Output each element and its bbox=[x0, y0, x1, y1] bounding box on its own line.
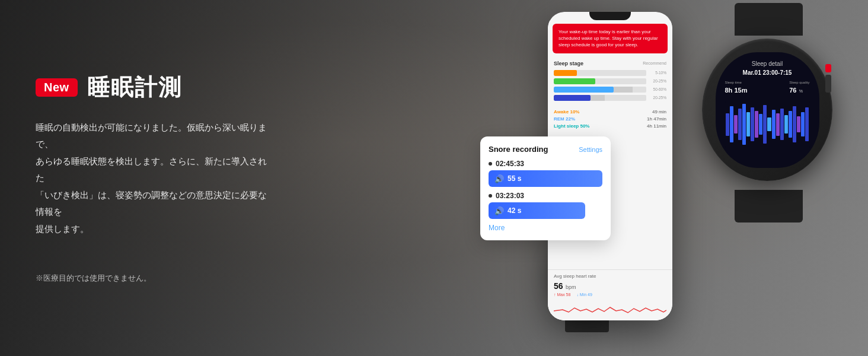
snore-dot-1 bbox=[489, 162, 492, 166]
new-badge: New bbox=[36, 78, 78, 97]
snore-card: Snore recording Settings 02:45:33 🔊 55 s… bbox=[480, 136, 611, 240]
watch-bar bbox=[793, 106, 796, 142]
hr-chart bbox=[554, 299, 666, 317]
watch-bar bbox=[789, 111, 792, 138]
hr-value-row: 56 bpm bbox=[554, 281, 666, 291]
stage-percent-rem: 20-25% bbox=[649, 79, 666, 83]
watch-bar bbox=[805, 107, 809, 141]
watch-crown-button bbox=[825, 64, 831, 72]
stage-percent-awake: 5-10% bbox=[649, 71, 666, 75]
watch-bar bbox=[730, 106, 733, 142]
watch-bar bbox=[746, 112, 750, 137]
content-wrapper: New 睡眠計測 睡眠の自動検出が可能になりました。仮眠から深い眠りまで、 あら… bbox=[0, 0, 868, 356]
watch-bar bbox=[742, 104, 746, 144]
watch-bar bbox=[734, 115, 738, 133]
stage-bar-fill-light bbox=[554, 87, 614, 93]
stage-row-deep: 20-25% bbox=[554, 95, 666, 101]
stage-row-light: 50-60% bbox=[554, 87, 666, 93]
stage-bar-fill-rem bbox=[554, 78, 595, 84]
stage-bar-fill-deep bbox=[554, 95, 591, 101]
stat-value-awake: 49 min bbox=[652, 109, 666, 115]
watch-main-stats: Sleep time 8h 15m Sleep quality 76 % bbox=[725, 81, 810, 95]
watch-chart-area bbox=[725, 101, 810, 148]
stage-bar-track-light bbox=[554, 87, 646, 93]
hr-title: Avg sleep heart rate bbox=[554, 274, 666, 279]
snore-time-2: 03:23:03 bbox=[489, 192, 602, 200]
watch-bar bbox=[738, 109, 742, 140]
watch-quality-value-row: 76 % bbox=[789, 84, 809, 95]
main-title: 睡眠計測 bbox=[87, 72, 182, 103]
watch-sleep-time-num: 8h 15m bbox=[725, 87, 748, 94]
snore-more-link[interactable]: More bbox=[489, 224, 602, 232]
description-line2: あらゆる睡眠状態を検出します。さらに、新たに導入された bbox=[36, 156, 267, 183]
stat-value-light: 4h 11min bbox=[647, 123, 666, 129]
sleep-stats: Awake 10% 49 min REM 22% 1h 47min Light … bbox=[548, 107, 672, 133]
snore-bar-1: 🔊 55 s bbox=[489, 170, 602, 187]
hr-value: 56 bbox=[554, 281, 563, 291]
snore-speaker-icon-1: 🔊 bbox=[494, 174, 504, 183]
watch-main-title: Sleep detail bbox=[725, 61, 810, 67]
stage-row-rem: 20-25% bbox=[554, 78, 666, 84]
watch-bar bbox=[759, 114, 762, 134]
hr-unit: bpm bbox=[566, 284, 576, 290]
watch-quality-num: 76 bbox=[789, 87, 796, 94]
snore-bar-2: 🔊 42 s bbox=[489, 202, 585, 219]
stage-percent-deep: 20-25% bbox=[649, 96, 666, 100]
watch-main-screen: Sleep detail Mar.01 23:00-7:15 Sleep tim… bbox=[716, 52, 819, 168]
snore-title: Snore recording bbox=[489, 145, 548, 154]
sleep-alert: Your wake-up time today is earlier than … bbox=[553, 24, 668, 53]
stage-bar-track bbox=[554, 70, 646, 76]
stat-row-awake: Awake 10% 49 min bbox=[554, 109, 666, 115]
stage-bar-recommend bbox=[614, 87, 632, 93]
snore-speaker-icon-2: 🔊 bbox=[494, 206, 504, 215]
stat-label-light: Light sleep 50% bbox=[554, 123, 589, 129]
left-section: New 睡眠計測 睡眠の自動検出が可能になりました。仮眠から深い眠りまで、 あら… bbox=[0, 49, 308, 308]
snore-entry-2: 03:23:03 🔊 42 s bbox=[489, 192, 602, 219]
snore-entry-1: 02:45:33 🔊 55 s bbox=[489, 160, 602, 187]
watch-quality-label: Sleep quality bbox=[789, 81, 809, 84]
stage-bar-recommend-deep bbox=[591, 95, 604, 101]
watch-sleep-bars bbox=[725, 101, 810, 148]
watch-main-band-bottom bbox=[735, 190, 803, 223]
right-section: Sleep detail Mar.01 23:00-7:15 Sleep tim… bbox=[308, 0, 868, 356]
stat-row-light: Light sleep 50% 4h 11min bbox=[554, 123, 666, 129]
watch-sleep-time-value: 8h 15m bbox=[725, 84, 748, 95]
watch-bar bbox=[772, 110, 776, 139]
disclaimer: ※医療目的では使用できません。 bbox=[36, 273, 273, 284]
stage-bar-track-deep bbox=[554, 95, 646, 101]
hr-chart-svg bbox=[554, 299, 666, 317]
stat-label-awake: Awake 10% bbox=[554, 109, 579, 115]
snore-settings-link[interactable]: Settings bbox=[579, 146, 602, 153]
snore-header: Snore recording Settings bbox=[489, 145, 602, 154]
watch-main: Sleep detail Mar.01 23:00-7:15 Sleep tim… bbox=[684, 24, 850, 202]
watch-bar bbox=[755, 111, 758, 138]
stat-value-rem: 1h 47min bbox=[647, 116, 666, 122]
hr-stats: ↑ Max 58 ↓ Min 49 bbox=[554, 293, 666, 297]
description: 睡眠の自動検出が可能になりました。仮眠から深い眠りまで、 あらゆる睡眠状態を検出… bbox=[36, 119, 273, 238]
watch-main-date: Mar.01 23:00-7:15 bbox=[725, 69, 810, 76]
watch-bar bbox=[767, 117, 771, 131]
snore-time-label-1: 02:45:33 bbox=[496, 160, 524, 168]
snore-time-label-2: 03:23:03 bbox=[496, 192, 524, 200]
snore-dot-2 bbox=[489, 194, 492, 198]
hr-min: ↓ Min 49 bbox=[576, 293, 592, 297]
description-line1: 睡眠の自動検出が可能になりました。仮眠から深い眠りまで、 bbox=[36, 122, 267, 150]
heart-rate-section: Avg sleep heart rate 56 bpm ↑ Max 58 ↓ M… bbox=[548, 269, 672, 320]
stat-label-rem: REM 22% bbox=[554, 116, 575, 122]
watch-bar bbox=[780, 109, 784, 140]
stage-percent-light: 50-60% bbox=[649, 87, 666, 91]
stage-row-awake: 5-10% bbox=[554, 70, 666, 76]
stage-bar-track-rem bbox=[554, 78, 646, 84]
sleep-stage-section: Sleep stage Recommend 5-10% bbox=[548, 57, 672, 107]
watch-bar bbox=[784, 115, 788, 133]
stat-row-rem: REM 22% 1h 47min bbox=[554, 116, 666, 122]
sleep-stage-header: Sleep stage Recommend bbox=[554, 61, 666, 66]
watch-crown bbox=[825, 75, 831, 93]
description-line4: 提供します。 bbox=[36, 224, 89, 234]
snore-duration-1: 55 s bbox=[508, 174, 521, 183]
watch-bar bbox=[801, 112, 805, 137]
snore-time-1: 02:45:33 bbox=[489, 160, 602, 168]
watch-sleep-quality: Sleep quality 76 % bbox=[789, 81, 809, 95]
watch-sleep-time: Sleep time 8h 15m bbox=[725, 81, 748, 95]
watch-bar bbox=[751, 107, 754, 141]
